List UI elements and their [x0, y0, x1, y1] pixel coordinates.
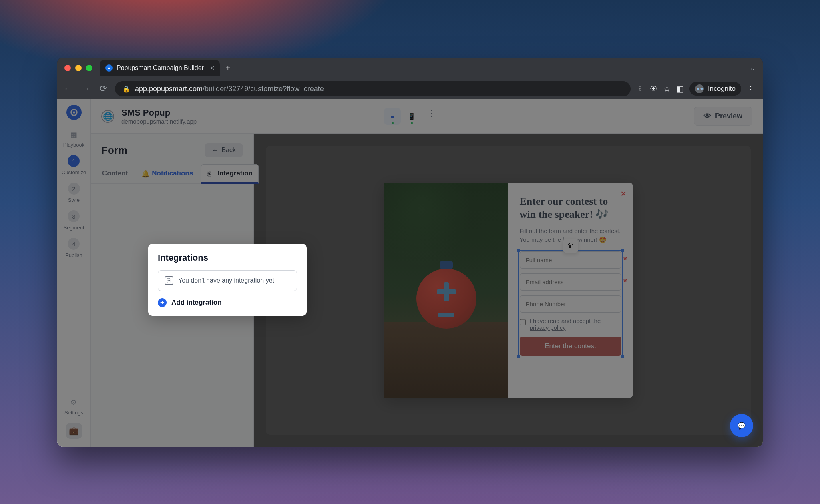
tab-content[interactable]: Content: [96, 164, 133, 183]
device-desktop-button[interactable]: 🖥: [384, 108, 401, 125]
chat-icon: 💬: [738, 422, 746, 430]
tab-title: Popupsmart Campaign Builder: [117, 64, 204, 72]
incognito-label: Incognito: [708, 85, 736, 93]
device-menu-button[interactable]: ⋮: [427, 108, 436, 125]
arrow-left-icon: ←: [212, 147, 218, 154]
tab-notifications[interactable]: 🔔 Notifications: [136, 164, 199, 183]
lock-icon: 🔒: [122, 85, 130, 93]
browser-tab[interactable]: ● Popupsmart Campaign Builder ×: [100, 60, 220, 76]
empty-message: You don't have any integration yet: [178, 277, 274, 284]
chat-widget-button[interactable]: 💬: [730, 414, 753, 437]
favicon-icon: ●: [105, 64, 113, 72]
popover-title: Integrations: [158, 253, 297, 263]
email-input[interactable]: [520, 273, 621, 291]
popup-form: × Enter our contest to win the speaker! …: [508, 183, 633, 398]
rail-step-segment[interactable]: 3 Segment: [63, 210, 84, 231]
integration-box-icon: ⎘: [165, 276, 173, 285]
new-tab-button[interactable]: +: [225, 64, 230, 73]
rail-step-style[interactable]: 2 Style: [68, 183, 80, 203]
app-logo[interactable]: [66, 105, 82, 120]
sidepanel-icon[interactable]: ◧: [676, 84, 684, 94]
rail-step-customize[interactable]: 1 Customize: [62, 155, 86, 175]
sidebar-title: Form: [101, 144, 127, 157]
campaign-url: demopopupsmart.netlify.app: [121, 118, 197, 125]
url-bar[interactable]: 🔒 app.popupsmart.com/builder/32749/custo…: [115, 81, 631, 96]
window-minimize-button[interactable]: [75, 65, 82, 71]
canvas: × Enter our contest to win the speaker! …: [254, 134, 763, 447]
consent-checkbox-label[interactable]: I have read and accept the privacy polic…: [520, 317, 621, 331]
add-integration-button[interactable]: + Add integration: [158, 298, 297, 307]
key-icon[interactable]: ⚿: [636, 84, 644, 94]
privacy-policy-link[interactable]: privacy policy: [530, 324, 566, 331]
form-selected-region[interactable]: 🗑 * *: [518, 250, 623, 357]
required-star: *: [623, 277, 627, 287]
browser-menu-button[interactable]: ⋮: [747, 84, 755, 94]
plus-icon: +: [158, 298, 167, 307]
browser-titlebar: ● Popupsmart Campaign Builder × + ⌄: [57, 58, 763, 78]
canvas-inner: × Enter our contest to win the speaker! …: [266, 146, 751, 435]
popup-title: Enter our contest to win the speaker! 🎶: [520, 195, 621, 221]
integrations-popover: Integrations ⎘ You don't have any integr…: [148, 244, 307, 316]
submit-button[interactable]: Enter the contest: [520, 337, 621, 356]
consent-checkbox[interactable]: [520, 319, 526, 326]
campaign-title: SMS Popup: [121, 108, 197, 118]
incognito-icon: 👓: [695, 84, 704, 93]
url-domain: app.popupsmart.com: [135, 85, 203, 93]
sidebar-back-button[interactable]: ← Back: [205, 143, 243, 157]
tab-close-button[interactable]: ×: [210, 64, 215, 72]
bookmark-icon[interactable]: ☆: [663, 84, 671, 94]
tabs-dropdown-icon[interactable]: ⌄: [750, 64, 756, 72]
url-path: /builder/32749/customize?flow=create: [203, 85, 324, 93]
sidebar-tabs: Content 🔔 Notifications ⎘ Integration: [91, 164, 253, 184]
forward-button[interactable]: →: [80, 84, 92, 94]
playbook-icon: ▦: [69, 130, 78, 139]
window-close-button[interactable]: [64, 65, 71, 71]
device-mobile-button[interactable]: 📱: [403, 108, 420, 125]
svg-point-1: [73, 111, 75, 114]
empty-integrations-box: ⎘ You don't have any integration yet: [158, 270, 297, 291]
popup-preview: × Enter our contest to win the speaker! …: [384, 183, 633, 398]
bell-icon: 🔔: [141, 170, 149, 177]
popup-image: [384, 183, 508, 398]
briefcase-icon: 💼: [69, 426, 79, 436]
browser-toolbar: ← → ⟳ 🔒 app.popupsmart.com/builder/32749…: [57, 78, 763, 99]
desktop-icon: 🖥: [389, 113, 396, 120]
required-star: *: [623, 255, 627, 265]
gear-icon: ⚙: [69, 398, 78, 407]
trash-icon: 🗑: [567, 242, 574, 249]
globe-icon: 🌐: [101, 110, 114, 123]
integration-icon: ⎘: [207, 170, 214, 177]
back-button[interactable]: ←: [62, 84, 74, 94]
fullname-input[interactable]: [520, 251, 621, 269]
browser-window: ● Popupsmart Campaign Builder × + ⌄ ← → …: [57, 58, 763, 447]
editor-header: 🌐 SMS Popup demopopupsmart.netlify.app 🖥…: [91, 99, 763, 134]
window-maximize-button[interactable]: [86, 65, 92, 71]
tab-integration[interactable]: ⎘ Integration: [201, 164, 259, 184]
rail-settings[interactable]: ⚙ Settings: [64, 398, 83, 416]
eye-off-icon[interactable]: 👁: [650, 84, 658, 94]
reload-button[interactable]: ⟳: [97, 84, 109, 94]
eye-icon: 👁: [704, 112, 711, 120]
popup-close-button[interactable]: ×: [621, 189, 626, 199]
delete-element-button[interactable]: 🗑: [563, 239, 578, 253]
mobile-icon: 📱: [408, 112, 416, 120]
incognito-badge[interactable]: 👓 Incognito: [689, 82, 741, 96]
preview-button[interactable]: 👁 Preview: [694, 107, 752, 126]
rail-account-button[interactable]: 💼: [66, 423, 82, 439]
rail-step-publish[interactable]: 4 Publish: [65, 238, 82, 258]
phone-input[interactable]: [520, 295, 621, 313]
rail-playbook[interactable]: ▦ Playbook: [63, 130, 84, 148]
left-rail: ▦ Playbook 1 Customize 2 Style 3 Segment…: [57, 99, 91, 447]
